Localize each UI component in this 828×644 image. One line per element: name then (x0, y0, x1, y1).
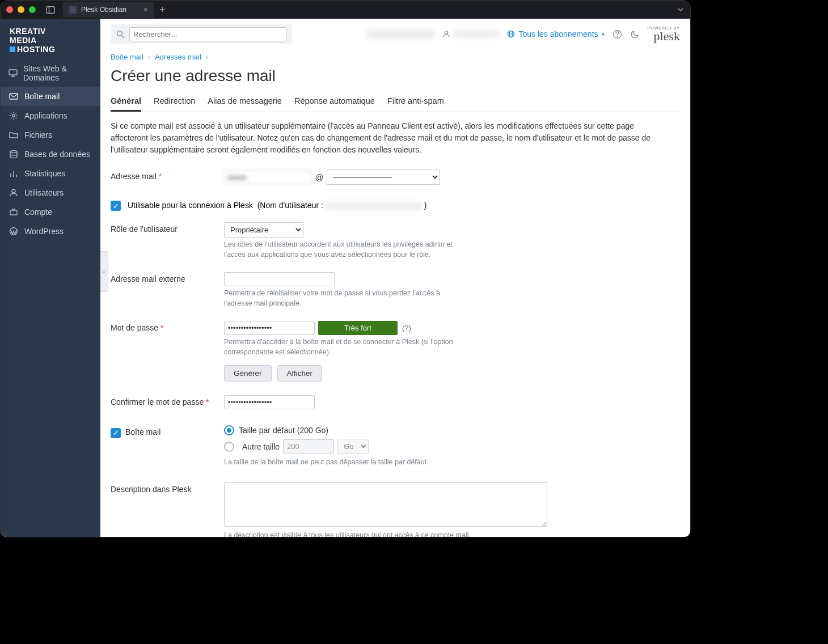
svg-point-14 (117, 31, 122, 36)
role-select[interactable]: Propriétaire (224, 222, 303, 238)
subscriptions-label: Tous les abonnements (518, 29, 598, 39)
window-close-dot[interactable] (6, 6, 13, 13)
confirm-password-input[interactable] (224, 395, 315, 409)
tab-title: Plesk Obsidian (81, 6, 126, 14)
brand-square-icon (10, 46, 15, 52)
role-label: Rôle de l'utilisateur (111, 222, 224, 260)
sidebar-item-applications[interactable]: Applications (1, 106, 100, 125)
password-label: Mot de passe * (111, 321, 224, 382)
size-unit-select: Go (337, 439, 369, 454)
external-email-label: Adresse mail externe (111, 272, 224, 308)
sidebar-item-users[interactable]: Utilisateurs (1, 183, 100, 202)
tab-favicon-icon: :: (69, 6, 77, 14)
size-other-label: Autre taille (242, 442, 280, 451)
user-icon (442, 30, 450, 38)
svg-rect-12 (10, 210, 17, 215)
sidebar-item-websites[interactable]: Sites Web & Domaines (1, 60, 100, 87)
globe-icon (507, 30, 515, 38)
mailbox-label: ✓Boîte mail (111, 425, 224, 468)
folder-icon (9, 130, 19, 140)
size-default-radio[interactable] (224, 425, 234, 435)
browser-titlebar: :: Plesk Obsidian × + (1, 1, 690, 19)
external-email-input[interactable] (224, 272, 335, 286)
tabs-dropdown-icon[interactable] (677, 6, 685, 14)
plesk-login-checkbox[interactable]: ✓ (111, 201, 121, 211)
sidebar-item-label: Statistiques (24, 169, 65, 178)
description-hint: La description est visible à tous les ut… (224, 531, 559, 537)
plesk-login-label: Utilisable pour la connexion à Plesk (128, 201, 253, 210)
tab-redirection[interactable]: Redirection (154, 92, 195, 112)
username-redacted (326, 202, 422, 210)
sidebar-item-account[interactable]: Compte (1, 202, 100, 222)
search-input[interactable] (129, 27, 286, 41)
sidebar-item-wordpress[interactable]: WordPress (1, 222, 100, 241)
description-textarea[interactable] (224, 482, 547, 527)
dark-mode-icon[interactable] (630, 29, 640, 39)
size-default-label: Taille par défaut (200 Go) (239, 426, 328, 435)
role-hint: Les rôles de l'utilisateur accordent aux… (224, 240, 474, 260)
size-other-radio[interactable] (224, 442, 234, 452)
svg-point-16 (445, 31, 448, 34)
show-password-button[interactable]: Afficher (277, 365, 323, 382)
breadcrumb-mail[interactable]: Boîte mail (111, 53, 143, 61)
chevron-down-icon: ▾ (602, 31, 605, 37)
email-domain-select[interactable]: ———————— (327, 170, 440, 185)
mail-icon (9, 91, 19, 101)
password-input[interactable] (224, 321, 315, 335)
sidebar-item-mail[interactable]: Boîte mail (1, 87, 100, 106)
svg-rect-5 (10, 94, 18, 99)
password-hint: Permettra d'accéder à la boîte mail et d… (224, 337, 485, 357)
confirm-password-label: Confirmer le mot de passe * (111, 395, 224, 409)
help-icon[interactable] (612, 29, 622, 39)
sidebar-item-label: Sites Web & Domaines (23, 64, 92, 82)
sidebar-item-label: Boîte mail (24, 92, 60, 101)
size-hint: La taille de la boîte mail ne peut pas d… (224, 457, 559, 468)
window-minimize-dot[interactable] (18, 6, 24, 13)
user-icon (9, 188, 19, 198)
email-label: Adresse mail * (111, 170, 224, 185)
sidebar-item-label: WordPress (24, 227, 64, 236)
sidebar-item-label: Fichiers (24, 130, 52, 139)
sidebar: KREATIV MEDIA HOSTING Sites Web & Domain… (1, 19, 100, 537)
window-zoom-dot[interactable] (29, 6, 36, 13)
svg-point-21 (616, 36, 617, 36)
tab-antispam[interactable]: Filtre anti-spam (387, 92, 444, 112)
size-other-input (283, 439, 334, 454)
email-localpart-input[interactable] (224, 170, 312, 184)
chevron-right-icon: › (148, 53, 150, 61)
new-tab-button[interactable]: + (159, 4, 166, 16)
breadcrumb-addresses[interactable]: Adresses mail (155, 53, 201, 61)
brand-logo: KREATIV MEDIA HOSTING (1, 19, 100, 60)
monitor-icon (9, 68, 18, 78)
svg-point-6 (12, 115, 15, 117)
chevron-right-icon: › (206, 53, 208, 61)
svg-point-7 (10, 151, 17, 153)
at-symbol: @ (315, 173, 323, 182)
sidebar-item-statistics[interactable]: Statistiques (1, 164, 100, 183)
browser-tab[interactable]: :: Plesk Obsidian × (63, 2, 154, 18)
search-box[interactable] (111, 24, 292, 44)
tab-close-icon[interactable]: × (143, 5, 148, 14)
briefcase-icon (9, 207, 19, 217)
page-title: Créer une adresse mail (111, 67, 680, 85)
sidebar-item-label: Bases de données (24, 150, 90, 159)
subscriptions-dropdown[interactable]: Tous les abonnements ▾ (507, 29, 604, 39)
generate-password-button[interactable]: Générer (224, 365, 272, 382)
plesk-logo: POWERED BY plesk (648, 26, 680, 43)
search-icon (116, 30, 125, 39)
password-help-icon[interactable]: (?) (402, 324, 411, 332)
database-icon (9, 149, 19, 159)
sidebar-item-label: Compte (24, 207, 52, 217)
sidebar-item-databases[interactable]: Bases de données (1, 145, 100, 164)
external-email-hint: Permettra de réinitialiser votre mot de … (224, 289, 468, 308)
tab-general[interactable]: Général (111, 92, 141, 112)
sidebar-toggle-icon[interactable] (44, 3, 57, 16)
tab-alias[interactable]: Alias de messagerie (208, 92, 282, 112)
topbar-user[interactable] (442, 30, 499, 38)
tab-autoreply[interactable]: Réponse automatique (294, 92, 375, 112)
wordpress-icon (9, 226, 19, 236)
sidebar-item-files[interactable]: Fichiers (1, 125, 100, 145)
info-paragraph: Si ce compte mail est associé à un utili… (111, 112, 666, 166)
tab-row: Général Redirection Alias de messagerie … (111, 92, 680, 112)
mailbox-checkbox[interactable]: ✓ (111, 428, 121, 438)
